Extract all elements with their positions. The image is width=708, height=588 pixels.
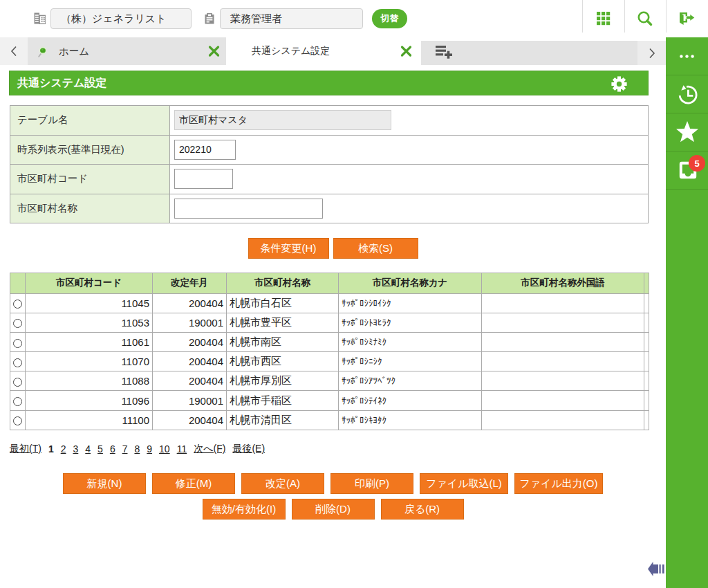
revise-button[interactable]: 改定(A)	[241, 473, 324, 494]
row-select-cell	[10, 352, 26, 371]
table-row: 11100200404札幌市清田区ｻｯﾎﾟﾛｼｷﾖﾀｸ	[10, 410, 649, 430]
form-value-cell	[170, 165, 649, 194]
logout-button[interactable]	[666, 0, 708, 37]
row-radio-button[interactable]	[13, 339, 22, 348]
file-export-button[interactable]: ファイル出力(O)	[514, 473, 603, 494]
row-radio-button[interactable]	[13, 319, 22, 328]
cell-filler	[644, 313, 649, 332]
more-dots-icon	[680, 55, 694, 58]
results-header-radio	[10, 273, 26, 294]
print-button[interactable]: 印刷(P)	[330, 473, 413, 494]
pagination-current-page: 1	[48, 443, 54, 454]
results-header-filler	[644, 273, 649, 294]
sidebar-collapse-handle[interactable]	[648, 562, 664, 579]
cell-foreign-name	[482, 371, 644, 391]
pagination-page-link[interactable]: 3	[73, 443, 78, 454]
pagination-first-link[interactable]: 最初(T)	[10, 443, 41, 455]
delete-button[interactable]: 削除(D)	[292, 499, 375, 520]
base-date-input[interactable]	[174, 140, 236, 160]
cell-city-kana: ｻｯﾎﾟﾛｼﾃｲﾈｸ	[339, 391, 482, 410]
company-building-icon	[34, 12, 46, 27]
results-table: 市区町村コード改定年月市区町村名称市区町村名称カナ市区町村名称外国語 11045…	[10, 273, 649, 430]
cell-filler	[644, 293, 649, 313]
sidebar-history-button[interactable]	[666, 75, 708, 113]
tab-scroll-left-button[interactable]	[0, 37, 28, 65]
row-radio-button[interactable]	[13, 358, 22, 367]
change-condition-button[interactable]: 条件変更(H)	[248, 238, 329, 259]
role-field[interactable]: 業務管理者	[220, 8, 363, 29]
switch-button[interactable]: 切替	[372, 9, 407, 28]
sidebar-more-button[interactable]	[666, 37, 708, 75]
back-button[interactable]: 戻る(R)	[381, 499, 464, 520]
pagination-page-link[interactable]: 7	[122, 443, 128, 454]
cell-city-kana: ｻｯﾎﾟﾛｼｱﾂﾍﾞﾂｸ	[339, 371, 482, 391]
role-field-value: 業務管理者	[230, 12, 282, 26]
pin-icon	[37, 46, 49, 62]
menu-grid-button[interactable]	[582, 0, 624, 37]
cell-filler	[644, 371, 649, 391]
form-row-city-code: 市区町村コード	[10, 165, 649, 194]
cell-city-code: 11096	[26, 391, 153, 410]
city-name-input[interactable]	[174, 199, 323, 219]
results-header-col: 市区町村名称	[227, 273, 339, 294]
pagination-last-link[interactable]: 最後(E)	[232, 443, 265, 455]
cell-city-kana: ｻｯﾎﾟﾛｼﾄﾖﾋﾗｸ	[339, 313, 482, 332]
results-header-col: 市区町村コード	[26, 273, 153, 294]
tab-home-label: ホーム	[59, 45, 89, 58]
cell-city-code: 11100	[26, 410, 153, 430]
row-select-cell	[10, 332, 26, 351]
pagination-page-link[interactable]: 8	[134, 443, 140, 454]
pagination-page-link[interactable]: 6	[110, 443, 115, 454]
cell-revision: 200404	[153, 410, 227, 430]
tab-scroll-right-button[interactable]	[637, 41, 666, 65]
tab-home[interactable]: ホーム	[28, 37, 226, 65]
cell-city-name: 札幌市西区	[227, 352, 339, 371]
gear-icon[interactable]	[611, 76, 627, 95]
disable-enable-button[interactable]: 無効/有効化(I)	[203, 499, 286, 520]
form-value-cell	[170, 135, 649, 165]
chevron-left-icon	[10, 46, 17, 57]
table-name-input[interactable]	[174, 110, 391, 130]
pagination-page-link[interactable]: 10	[159, 443, 170, 454]
cell-foreign-name	[482, 332, 644, 351]
pagination-page-link[interactable]: 9	[147, 443, 152, 454]
search-icon	[637, 11, 653, 26]
results-header-row: 市区町村コード改定年月市区町村名称市区町村名称カナ市区町村名称外国語	[10, 273, 649, 294]
cell-filler	[644, 391, 649, 410]
city-code-input[interactable]	[174, 169, 233, 189]
tab-active-close-icon[interactable]	[400, 46, 412, 57]
row-radio-button[interactable]	[13, 397, 22, 406]
history-icon	[674, 81, 700, 107]
results-table-body: 11045200404札幌市白石区ｻｯﾎﾟﾛｼｼﾛｲｼｸ11053190001札…	[10, 293, 649, 430]
row-select-cell	[10, 293, 26, 313]
top-header: （株）ジェネラリスト 業務管理者 切替	[0, 0, 708, 37]
sidebar-favorites-button[interactable]	[666, 113, 708, 151]
new-button[interactable]: 新規(N)	[63, 473, 146, 494]
row-radio-button[interactable]	[13, 300, 22, 309]
cell-foreign-name	[482, 313, 644, 332]
table-row: 11070200404札幌市西区ｻｯﾎﾟﾛｼﾆｼｸ	[10, 352, 649, 371]
file-import-button[interactable]: ファイル取込(L)	[420, 473, 508, 494]
sidebar-inbox-button[interactable]: 5	[666, 151, 708, 190]
pagination-page-link[interactable]: 5	[97, 443, 103, 454]
pagination-page-link[interactable]: 4	[85, 443, 91, 454]
cell-city-kana: ｻｯﾎﾟﾛｼﾆｼｸ	[339, 352, 482, 371]
row-radio-button[interactable]	[13, 378, 22, 387]
pagination-page-link[interactable]: 11	[177, 443, 187, 454]
company-field[interactable]: （株）ジェネラリスト	[50, 8, 192, 29]
row-radio-button[interactable]	[13, 416, 22, 425]
search-button[interactable]	[624, 0, 666, 37]
pagination-next-link[interactable]: 次へ(F)	[194, 443, 225, 455]
search-submit-button[interactable]: 検索(S)	[333, 238, 418, 259]
cell-city-name: 札幌市豊平区	[227, 313, 339, 332]
add-tab-button[interactable]	[434, 42, 454, 62]
cell-city-kana: ｻｯﾎﾟﾛｼｷﾖﾀｸ	[339, 410, 482, 430]
cell-revision: 190001	[153, 313, 227, 332]
form-row-table-name: テーブル名	[10, 106, 649, 136]
table-row: 11045200404札幌市白石区ｻｯﾎﾟﾛｼｼﾛｲｼｸ	[10, 293, 649, 313]
edit-button[interactable]: 修正(M)	[152, 473, 235, 494]
row-select-cell	[10, 371, 26, 391]
tab-home-close-icon[interactable]	[208, 46, 220, 57]
pagination-page-link[interactable]: 2	[61, 443, 66, 454]
tab-active[interactable]: 共通システム設定	[226, 37, 421, 65]
